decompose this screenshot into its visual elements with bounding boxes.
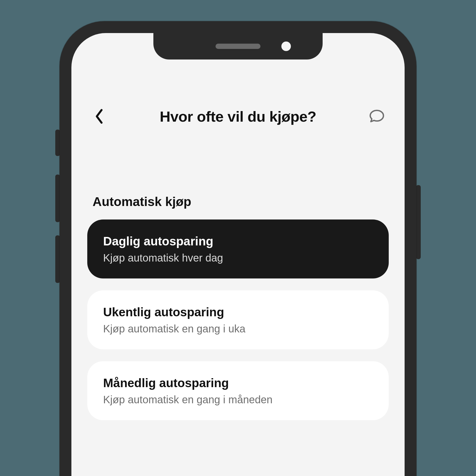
phone-speaker <box>216 44 260 49</box>
option-title: Månedlig autosparing <box>103 376 373 390</box>
page-title: Hvor ofte vil du kjøpe? <box>160 108 316 125</box>
app-header: Hvor ofte vil du kjøpe? <box>87 107 389 126</box>
option-title: Daglig autosparing <box>103 234 373 248</box>
phone-power-button <box>416 185 421 259</box>
option-subtitle: Kjøp automatisk en gang i måneden <box>103 394 373 406</box>
option-daily[interactable]: Daglig autosparing Kjøp automatisk hver … <box>87 219 389 278</box>
speech-bubble-icon <box>369 108 385 124</box>
chevron-left-icon <box>94 108 104 124</box>
option-title: Ukentlig autosparing <box>103 305 373 319</box>
chat-button[interactable] <box>368 107 386 126</box>
phone-screen: Hvor ofte vil du kjøpe? Automatisk kjøp … <box>71 33 405 476</box>
phone-mockup: Hvor ofte vil du kjøpe? Automatisk kjøp … <box>59 21 416 476</box>
phone-frame: Hvor ofte vil du kjøpe? Automatisk kjøp … <box>59 21 416 476</box>
option-monthly[interactable]: Månedlig autosparing Kjøp automatisk en … <box>87 361 389 420</box>
phone-camera <box>281 42 291 51</box>
back-button[interactable] <box>90 107 108 126</box>
option-weekly[interactable]: Ukentlig autosparing Kjøp automatisk en … <box>87 290 389 349</box>
app-content: Hvor ofte vil du kjøpe? Automatisk kjøp … <box>71 33 405 420</box>
phone-notch <box>153 33 323 59</box>
section-title: Automatisk kjøp <box>87 194 389 209</box>
option-subtitle: Kjøp automatisk en gang i uka <box>103 323 373 335</box>
option-subtitle: Kjøp automatisk hver dag <box>103 252 373 264</box>
